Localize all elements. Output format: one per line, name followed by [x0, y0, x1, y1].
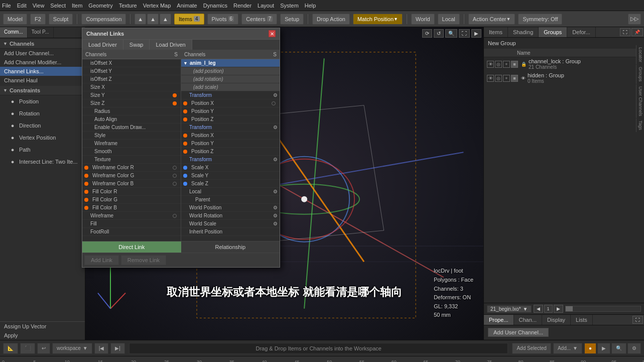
channel-links-close[interactable]: ✕: [269, 30, 276, 37]
cl-left-enablecustom[interactable]: Enable Custom Draw...: [82, 124, 181, 132]
cl-right-posy2[interactable]: Position Y: [181, 140, 280, 148]
f2-button[interactable]: F2: [30, 14, 46, 25]
ws-icon4[interactable]: |◀: [94, 343, 109, 354]
cl-left-radius[interactable]: Radius: [82, 107, 181, 115]
render-icon[interactable]: ◎: [495, 61, 502, 68]
cl-left-sizex[interactable]: Size X: [82, 83, 181, 91]
icon-btn-1[interactable]: ▲: [135, 14, 146, 25]
ws-play-btn[interactable]: ▶: [597, 343, 610, 354]
setup-button[interactable]: Setup: [280, 14, 304, 25]
cl-right-scalex[interactable]: Scale X: [181, 164, 280, 172]
cl-left-isoffsety[interactable]: isOffset Y: [82, 67, 181, 75]
direct-link-tab[interactable]: Direct Link: [82, 242, 181, 253]
add-user-channel-btn[interactable]: Add User Channel...: [488, 328, 549, 337]
props-tab[interactable]: Prope...: [484, 315, 514, 325]
match-position-button[interactable]: Match Position ▼: [353, 14, 403, 25]
timeline-frame[interactable]: 1: [544, 305, 553, 313]
lock-icon[interactable]: +: [503, 61, 510, 68]
cl-right-transform1[interactable]: Transform ⚙: [181, 91, 280, 99]
groups-tab[interactable]: Groups: [636, 65, 644, 84]
timeline-prev-btn[interactable]: ◀: [534, 305, 543, 313]
vp-refresh-btn[interactable]: ↺: [434, 29, 444, 38]
cl-left-isoffsetz[interactable]: isOffset Z: [82, 75, 181, 83]
ws-icon3[interactable]: ↩: [37, 343, 50, 354]
constraints-header[interactable]: ▼ Constraints: [0, 86, 85, 95]
expand-button[interactable]: ▷▷: [628, 14, 641, 25]
cl-right-addscale[interactable]: (add scale): [181, 83, 280, 91]
add-channel-modifier-item[interactable]: Add Channel Modifier...: [0, 58, 85, 67]
workspace-dropdown[interactable]: workspace ▼: [52, 343, 92, 354]
cl-right-posz1[interactable]: Position Z: [181, 115, 280, 124]
cl-left-wireframe[interactable]: Wireframe: [82, 140, 181, 148]
cl-left-sizez[interactable]: Size Z: [82, 99, 181, 107]
user-channels-tab[interactable]: User Channels: [636, 84, 644, 118]
swap-btn[interactable]: Swap: [123, 40, 150, 50]
cl-right-animlleg[interactable]: ▼ anim_l_leg: [181, 59, 280, 67]
cl-left-wirecolorb[interactable]: Wireframe Color B: [82, 180, 181, 188]
tags-tab[interactable]: Tags: [636, 118, 644, 132]
cl-left-isoffsetx[interactable]: isOffset X: [82, 59, 181, 67]
icon-btn-3[interactable]: ▲: [160, 14, 171, 25]
assign-up-vector-item[interactable]: Assign Up Vector: [0, 321, 85, 331]
menu-render[interactable]: Render: [233, 3, 251, 9]
direction-item[interactable]: ● Direction: [0, 119, 85, 132]
menu-view[interactable]: View: [33, 3, 45, 9]
add-user-channel-item[interactable]: Add User Channel...: [0, 49, 85, 58]
cl-left-texture[interactable]: Texture: [82, 156, 181, 164]
cl-right-transform2[interactable]: Transform ⚙: [181, 124, 280, 132]
position-item[interactable]: ● Position: [0, 95, 85, 107]
rp-expand-btn[interactable]: ⛶: [620, 28, 630, 36]
cl-right-scaley[interactable]: Scale Y: [181, 172, 280, 180]
cl-right-worldpos[interactable]: World Position ⚙: [181, 204, 280, 212]
cl-right-addpos[interactable]: (add position): [181, 67, 280, 75]
menu-help[interactable]: Help: [305, 3, 316, 9]
tab-items[interactable]: Items: [484, 27, 508, 37]
items-button[interactable]: Items 4: [174, 14, 204, 25]
vertex-position-item[interactable]: ● Vertex Position: [0, 132, 85, 144]
render2-icon[interactable]: ◎: [495, 75, 502, 82]
ws-settings-btn[interactable]: ⚙: [627, 343, 641, 354]
cl-right-posz2[interactable]: Position Z: [181, 148, 280, 156]
cl-left-fillcolorg[interactable]: Fill Color G: [82, 196, 181, 204]
timeline-ruler[interactable]: 0 5 10 15 20 25 30 35 40 45 50 55 60 65 …: [0, 356, 644, 362]
pivots-button[interactable]: Pivots 6: [207, 14, 239, 25]
group-hidden[interactable]: 👁 ◎ + ■ 👁 hidden : Group 0 Items: [484, 71, 644, 85]
load-driver-btn[interactable]: Load Driver: [82, 40, 123, 50]
cl-left-wirecolorr[interactable]: Wireframe Color R: [82, 164, 181, 172]
world-button[interactable]: World: [411, 14, 435, 25]
remove-link-btn[interactable]: Remove Link: [121, 255, 166, 265]
timeline-bar[interactable]: [565, 306, 641, 312]
cl-right-worldrot[interactable]: World Rotation ⚙: [181, 212, 280, 220]
locator-tab[interactable]: Locator: [636, 45, 644, 64]
cl-right-posx1[interactable]: Position X: [181, 99, 280, 107]
group-channel-lock[interactable]: 👁 ◎ + ■ 🔒 channel_lock : Group 21 Channe…: [484, 57, 644, 71]
cl-right-addrot[interactable]: (add rotation): [181, 75, 280, 83]
tab-toolp[interactable]: Tool P...: [28, 27, 54, 38]
tab-groups[interactable]: Groups: [539, 27, 567, 37]
menu-animate[interactable]: Animate: [177, 3, 197, 9]
cl-left-sizey[interactable]: Size Y: [82, 91, 181, 99]
cl-left-fillcolorr[interactable]: Fill Color R: [82, 188, 181, 196]
add-link-btn[interactable]: Add Link: [84, 255, 119, 265]
menu-layout[interactable]: Layout: [257, 3, 274, 9]
cl-left-autoalign[interactable]: Auto Align: [82, 115, 181, 124]
cl-left-wirecolorg[interactable]: Wireframe Color G: [82, 172, 181, 180]
select-icon[interactable]: ■: [511, 61, 518, 68]
eye-icon[interactable]: 👁: [487, 61, 494, 68]
apply-item[interactable]: Apply: [0, 331, 85, 340]
rp-pin-btn[interactable]: 📌: [631, 28, 643, 36]
timeline-next-btn[interactable]: ▶: [554, 305, 563, 313]
cl-left-fillcolorb[interactable]: Fill Color B: [82, 204, 181, 212]
vp-rotate-btn[interactable]: ⟳: [422, 29, 432, 38]
relationship-tab[interactable]: Relationship: [181, 242, 280, 253]
cl-right-scalez[interactable]: Scale Z: [181, 180, 280, 188]
add-dropdown[interactable]: Add... ▼: [553, 343, 582, 354]
menu-geometry[interactable]: Geometry: [88, 3, 112, 9]
cl-right-local[interactable]: Local ⚙: [181, 188, 280, 196]
icon-btn-2[interactable]: ▲: [147, 14, 159, 25]
menu-vertex-map[interactable]: Vertex Map: [143, 3, 171, 9]
cl-left-wireframe2[interactable]: Wireframe: [82, 212, 181, 220]
cl-left-style[interactable]: Style: [82, 132, 181, 140]
sculpt-button[interactable]: Sculpt: [49, 14, 73, 25]
select2-icon[interactable]: ■: [511, 75, 518, 82]
